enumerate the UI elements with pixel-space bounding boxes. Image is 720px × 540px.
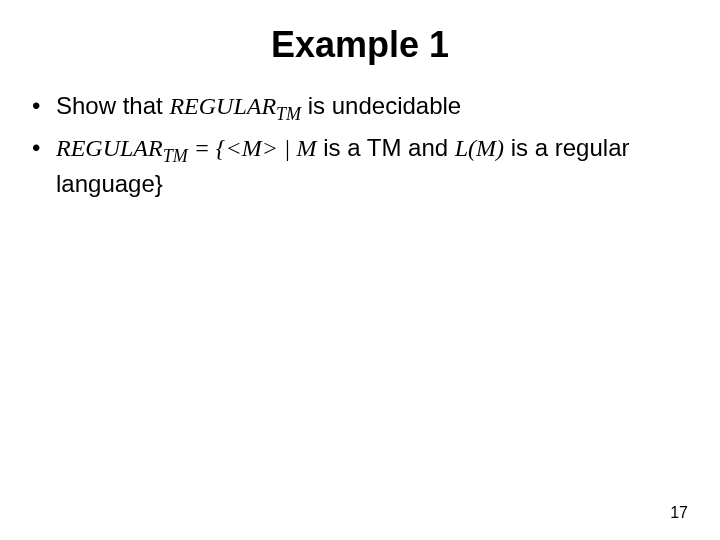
text: is undecidable xyxy=(301,92,461,119)
slide-title: Example 1 xyxy=(0,0,720,90)
var-lm: L(M) xyxy=(455,135,504,161)
bullet-item: REGULARTM = {<M> | M is a TM and L(M) is… xyxy=(56,132,680,200)
text: is a TM and xyxy=(316,134,454,161)
subscript-tm: TM xyxy=(163,146,188,166)
slide-content: Show that REGULARTM is undecidable REGUL… xyxy=(0,90,720,201)
text: = {< xyxy=(188,135,242,161)
bullet-item: Show that REGULARTM is undecidable xyxy=(56,90,680,126)
var-m: M xyxy=(296,135,316,161)
page-number: 17 xyxy=(670,504,688,522)
term-regular: REGULAR xyxy=(56,135,163,161)
term-regular: REGULAR xyxy=(169,93,276,119)
text: Show that xyxy=(56,92,169,119)
slide: Example 1 Show that REGULARTM is undecid… xyxy=(0,0,720,540)
subscript-tm: TM xyxy=(276,104,301,124)
var-m: M xyxy=(242,135,262,161)
text: > | xyxy=(262,135,297,161)
